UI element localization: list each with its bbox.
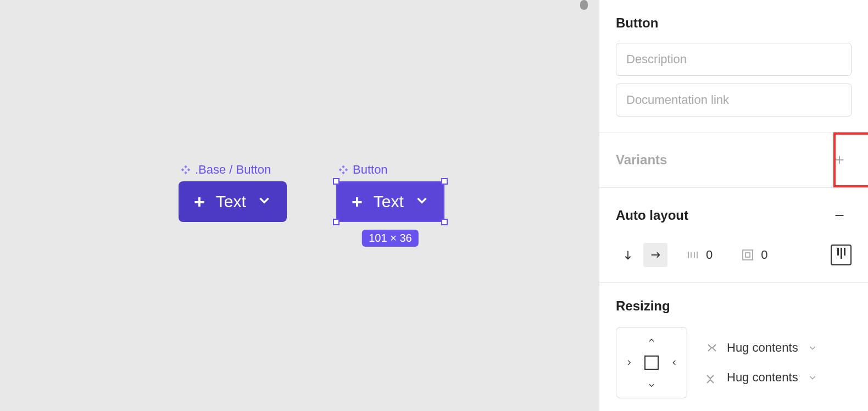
chevron-down-icon [257, 192, 271, 211]
resize-handle-br[interactable] [441, 219, 448, 225]
canvas[interactable]: .Base / Button + Text Button + Text 101 … [0, 0, 599, 411]
chevron-down-icon [808, 373, 817, 382]
remove-auto-layout-button[interactable] [827, 203, 852, 227]
padding-field[interactable]: 0 [741, 248, 767, 262]
resizing-title: Resizing [616, 298, 852, 314]
alignment-button[interactable] [831, 245, 852, 265]
resize-handle-bl[interactable] [333, 219, 340, 225]
documentation-link-input[interactable] [616, 84, 852, 116]
auto-layout-section: Auto layout 0 0 [599, 188, 868, 283]
plus-icon: + [352, 192, 363, 211]
component-icon [337, 164, 349, 176]
hug-vertical-icon [704, 371, 717, 384]
variants-section: Variants [599, 132, 868, 188]
vertical-resize-label: Hug contents [727, 370, 798, 385]
properties-sidebar: Button Variants Auto layout [599, 0, 868, 411]
padding-value: 0 [761, 248, 767, 262]
vertical-resize-select[interactable]: Hug contents [704, 370, 817, 385]
chevron-up-icon [648, 336, 655, 344]
padding-icon [741, 248, 754, 262]
auto-layout-title: Auto layout [616, 208, 688, 223]
horizontal-resize-select[interactable]: Hug contents [704, 341, 817, 355]
plus-icon: + [194, 192, 205, 211]
spacing-icon [686, 248, 699, 262]
horizontal-resize-label: Hug contents [727, 341, 798, 355]
button-text: Text [216, 192, 246, 211]
scrollbar-thumb[interactable] [580, 0, 588, 10]
resize-constraint-box[interactable] [616, 327, 687, 398]
component-label-text: Button [353, 163, 388, 177]
selected-frame[interactable]: + Text 101 × 36 [336, 181, 444, 222]
chevron-down-icon [415, 192, 429, 211]
component-label-text: .Base / Button [195, 163, 271, 177]
resize-handle-tr[interactable] [441, 178, 448, 185]
button-instance[interactable]: + Text [179, 181, 287, 222]
svg-rect-10 [745, 253, 750, 257]
direction-vertical-button[interactable] [616, 243, 640, 267]
item-spacing-value: 0 [706, 248, 713, 262]
chevron-left-icon [670, 359, 678, 366]
variants-title: Variants [616, 152, 667, 168]
item-spacing-field[interactable]: 0 [686, 248, 713, 262]
component-base-button[interactable]: .Base / Button + Text [179, 163, 287, 222]
button-text: Text [374, 192, 404, 211]
resize-center-icon [644, 356, 659, 370]
size-badge: 101 × 36 [362, 230, 418, 247]
component-button[interactable]: Button + Text 101 × 36 [336, 163, 444, 222]
svg-rect-9 [743, 250, 753, 260]
hug-horizontal-icon [704, 341, 717, 354]
button-instance[interactable]: + Text [336, 181, 444, 222]
component-icon [180, 164, 192, 176]
direction-horizontal-button[interactable] [643, 243, 667, 267]
chevron-right-icon [625, 359, 633, 366]
component-label[interactable]: Button [336, 163, 444, 181]
resize-handle-tl[interactable] [333, 178, 340, 185]
add-variant-button[interactable] [827, 148, 852, 172]
component-name-title: Button [616, 15, 852, 31]
resizing-section: Resizing Hug contents Hug contents [599, 283, 868, 411]
component-label[interactable]: .Base / Button [179, 163, 287, 181]
chevron-down-icon [648, 381, 655, 389]
component-header-section: Button [599, 0, 868, 132]
description-input[interactable] [616, 43, 852, 76]
chevron-down-icon [808, 343, 817, 352]
